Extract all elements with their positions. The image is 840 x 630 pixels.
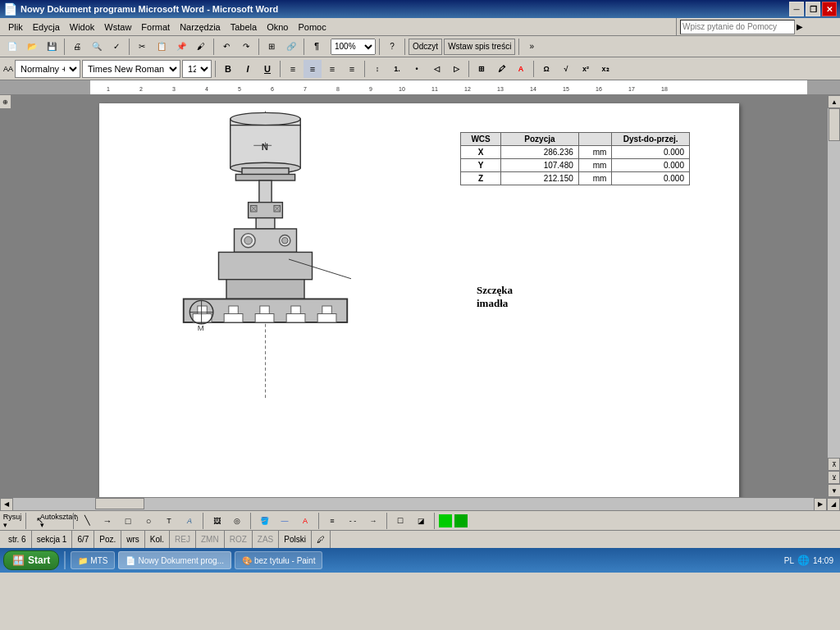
rect-tool[interactable]: □ — [119, 512, 137, 530]
superscript-button[interactable]: x² — [577, 60, 595, 78]
size-select[interactable]: 12 — [182, 60, 212, 78]
bold-button[interactable]: B — [219, 60, 237, 78]
autoshapes-button[interactable]: Autokształty ▾ — [51, 512, 69, 530]
align-left-button[interactable]: ≡ — [284, 60, 302, 78]
menu-edycja[interactable]: Edycja — [28, 18, 65, 35]
start-label: Start — [28, 555, 50, 566]
format-painter-button[interactable]: 🖌 — [192, 38, 210, 56]
svg-rect-49 — [224, 314, 243, 322]
align-center-button[interactable]: ≡ — [304, 60, 322, 78]
menu-widok[interactable]: Widok — [65, 18, 100, 35]
green-square1[interactable] — [439, 514, 452, 527]
scroll-right-button[interactable]: ▶ — [814, 498, 827, 511]
menu-format[interactable]: Format — [136, 18, 175, 35]
copy-button[interactable]: 📋 — [153, 38, 171, 56]
indent-increase-button[interactable]: ▷ — [447, 60, 465, 78]
restore-button[interactable]: ❐ — [806, 2, 820, 16]
help-button[interactable]: ? — [383, 38, 401, 56]
font-select[interactable]: Times New Roman — [82, 60, 180, 78]
h-scroll-thumb[interactable] — [95, 498, 144, 509]
numbering-button[interactable]: 1. — [388, 60, 406, 78]
svg-text:18: 18 — [661, 86, 668, 92]
insert-toc-button[interactable]: Wstaw spis treści — [444, 39, 515, 55]
vertical-scrollbar[interactable]: ▲ ⊼ ⊻ ▼ — [827, 95, 840, 497]
highlight-button[interactable]: 🖍 — [492, 60, 510, 78]
page-up-button[interactable]: ⊼ — [828, 458, 840, 471]
menu-plik[interactable]: Plik — [3, 18, 28, 35]
green-square2[interactable] — [454, 514, 468, 527]
start-button[interactable]: 🪟 Start — [3, 550, 59, 570]
page-down-button[interactable]: ⊻ — [828, 471, 840, 484]
redo-button[interactable]: ↷ — [237, 38, 255, 56]
scroll-down-button[interactable]: ▼ — [828, 484, 840, 497]
svg-text:N: N — [262, 142, 268, 152]
insert-clipart-button[interactable]: 🖼 — [208, 512, 226, 530]
oval-tool[interactable]: ○ — [139, 512, 158, 530]
subscript-button[interactable]: x₂ — [596, 60, 614, 78]
menu-wstaw[interactable]: Wstaw — [99, 18, 136, 35]
line-tool[interactable]: ╲ — [78, 512, 96, 530]
save-button[interactable]: 💾 — [43, 38, 61, 56]
scroll-up-button[interactable]: ▲ — [828, 95, 840, 108]
menu-pomoc[interactable]: Pomoc — [293, 18, 331, 35]
font-color-btn2[interactable]: A — [296, 512, 314, 530]
equation-button[interactable]: √ — [557, 60, 575, 78]
border-button[interactable]: ⊞ — [472, 60, 491, 78]
3d-button[interactable]: ◪ — [412, 512, 430, 530]
line-style-button[interactable]: ≡ — [323, 512, 341, 530]
more-toolbar-button[interactable]: » — [523, 38, 541, 56]
scroll-track[interactable] — [828, 108, 840, 458]
insert-table-button[interactable]: ⊞ — [262, 38, 281, 56]
font-color-button[interactable]: A — [512, 60, 530, 78]
spelling-button[interactable]: ✓ — [107, 38, 126, 56]
help-go-button[interactable]: ▶ — [797, 22, 803, 31]
draw-select-button[interactable]: Rysuj ▾ — [3, 512, 21, 530]
show-hide-button[interactable]: ¶ — [308, 38, 326, 56]
fill-color-button[interactable]: 🪣 — [255, 512, 273, 530]
underline-button[interactable]: U — [258, 60, 276, 78]
menu-okno[interactable]: Okno — [262, 18, 293, 35]
taskbar-mts[interactable]: 📁 MTS — [71, 551, 115, 569]
arrow-tool[interactable]: → — [98, 512, 116, 530]
print-preview-button[interactable]: 🔍 — [88, 38, 106, 56]
menu-tabela[interactable]: Tabela — [226, 18, 262, 35]
italic-button[interactable]: I — [239, 60, 257, 78]
taskbar-word[interactable]: 📄 Nowy Dokument prog... — [118, 551, 231, 569]
read-button[interactable]: Odczyt — [409, 39, 442, 55]
horizontal-scrollbar[interactable]: ◀ ▶ ◢ — [0, 497, 840, 510]
arrow-style-button[interactable]: → — [364, 512, 382, 530]
indent-decrease-button[interactable]: ◁ — [427, 60, 445, 78]
line-color-button[interactable]: — — [276, 512, 294, 530]
open-button[interactable]: 📂 — [23, 38, 41, 56]
textbox-tool[interactable]: T — [160, 512, 178, 530]
ruler-right-margin — [807, 80, 840, 94]
shadow-button[interactable]: ☐ — [391, 512, 409, 530]
zoom-select[interactable]: 100% — [331, 39, 376, 55]
minimize-button[interactable]: ─ — [789, 2, 804, 16]
align-right-button[interactable]: ≡ — [323, 60, 341, 78]
wordart-tool[interactable]: A — [180, 512, 199, 530]
print-button[interactable]: 🖨 — [68, 38, 86, 56]
titlebar-title: Nowy Dokument programu Microsoft Word - … — [21, 4, 278, 14]
insert-link-button[interactable]: 🔗 — [282, 38, 300, 56]
menu-narzedzia[interactable]: Narzędzia — [175, 18, 226, 35]
new-button[interactable]: 📄 — [3, 38, 21, 56]
ruler-content[interactable]: 1 2 3 4 5 6 7 8 9 10 11 12 13 14 15 16 1… — [90, 80, 807, 94]
bullets-button[interactable]: • — [408, 60, 426, 78]
undo-button[interactable]: ↶ — [217, 38, 235, 56]
paste-button[interactable]: 📌 — [172, 38, 190, 56]
close-button[interactable]: ✕ — [822, 2, 837, 16]
help-input[interactable] — [680, 20, 795, 34]
taskbar-right: PL 🌐 14:09 — [784, 555, 837, 566]
h-scroll-track[interactable] — [13, 498, 814, 510]
cut-button[interactable]: ✂ — [133, 38, 151, 56]
scroll-left-button[interactable]: ◀ — [0, 498, 13, 511]
coordinates-table: WCS Pozycja Dyst-do-przej. X 286.236 mm … — [460, 132, 690, 185]
insert-diagram-button[interactable]: ◎ — [228, 512, 246, 530]
style-select[interactable]: Normalny + Wy — [15, 60, 80, 78]
line-spacing-button[interactable]: ↕ — [368, 60, 386, 78]
formula-button[interactable]: Ω — [537, 60, 555, 78]
taskbar-paint[interactable]: 🎨 bez tytułu - Paint — [235, 551, 322, 569]
dash-style-button[interactable]: - - — [344, 512, 362, 530]
align-justify-button[interactable]: ≡ — [343, 60, 361, 78]
